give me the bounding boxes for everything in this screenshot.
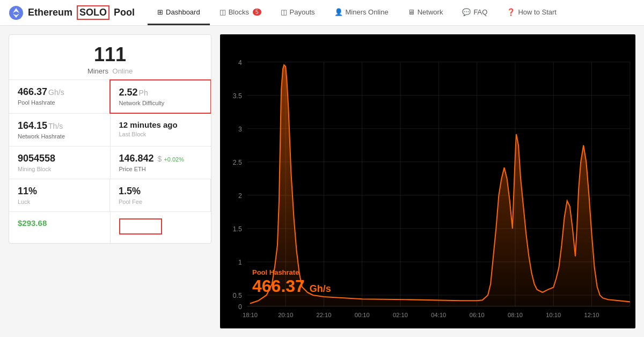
nav-blocks-label: Blocks (229, 8, 249, 16)
nav-blocks[interactable]: ◫ Blocks 5 (210, 1, 271, 25)
payouts-icon: ◫ (281, 8, 287, 16)
svg-text:2: 2 (238, 192, 242, 200)
ethereum-icon (9, 5, 24, 20)
svg-text:2.5: 2.5 (233, 159, 242, 166)
mining-block-cell: 9054558 Mining Block (9, 146, 111, 179)
nav-dashboard-label: Dashboard (166, 8, 200, 16)
nav-payouts[interactable]: ◫ Payouts (271, 1, 325, 25)
svg-point-0 (9, 6, 23, 20)
svg-text:04:10: 04:10 (431, 312, 446, 318)
network-difficulty-value: 2.52Ph (119, 87, 202, 98)
bottom-price-cell: $293.68 (9, 212, 111, 243)
arrow-down-right-icon (210, 84, 211, 111)
pool-hashrate-label: Pool Hashrate (18, 99, 101, 106)
luck-label: Luck (18, 199, 101, 205)
svg-text:4: 4 (238, 59, 242, 67)
pool-fee-value: 1.5% (119, 186, 202, 197)
logo-solo: SOLO (77, 5, 109, 20)
nav-faq[interactable]: 💬 FAQ (452, 1, 497, 25)
nav-dashboard[interactable]: ⊞ Dashboard (148, 1, 210, 25)
mining-block-value: 9054558 (18, 153, 101, 164)
chart-hashrate-value: 466.37 Gh/s (252, 276, 331, 296)
svg-text:08:10: 08:10 (508, 312, 523, 318)
nav-network[interactable]: 🖥 Network (398, 1, 453, 25)
svg-text:3.5: 3.5 (233, 92, 242, 100)
svg-text:0.5: 0.5 (233, 292, 242, 299)
last-block-cell: 12 minutes ago Last Block (111, 114, 211, 146)
miners-label-suffix: Online (113, 67, 133, 75)
miners-label-prefix: Miners (87, 67, 108, 75)
price-change: +0.02% (164, 156, 184, 163)
luck-value: 11% (18, 186, 101, 197)
nav-miners-online[interactable]: 👤 Miners Online (325, 1, 398, 25)
logo: Ethereum SOLO Pool (9, 5, 135, 20)
network-hashrate-cell: 164.15Th/s Network Hashrate (9, 114, 111, 146)
price-label: Price ETH (119, 166, 203, 172)
blocks-badge: 5 (253, 9, 261, 16)
network-hashrate-value: 164.15Th/s (18, 120, 101, 131)
svg-text:06:10: 06:10 (470, 312, 485, 318)
pool-hashrate-value: 466.37Gh/s (18, 86, 101, 98)
hashrate-difficulty-row: 466.37Gh/s Pool Hashrate 2.52Ph Network … (9, 80, 211, 114)
how-to-start-icon: ❓ (507, 8, 515, 16)
nav-how-to-start-label: How to Start (518, 8, 557, 16)
block-price-row: 9054558 Mining Block 146.842 $ +0.02% Pr… (9, 146, 211, 179)
main-content: 111 Miners Online 466.37Gh/s Pool Hashra… (0, 26, 644, 337)
mining-block-label: Mining Block (18, 166, 101, 172)
svg-text:12:10: 12:10 (584, 312, 599, 318)
bottom-extra-cell (111, 212, 211, 243)
network-difficulty-label: Network Difficulty (119, 100, 202, 106)
svg-text:0: 0 (238, 303, 242, 311)
logo-pool: Pool (114, 7, 135, 18)
nav-miners-label: Miners Online (346, 8, 389, 16)
bottom-price-row: $293.68 (9, 212, 211, 243)
network-hashrate-label: Network Hashrate (18, 133, 101, 140)
faq-icon: 💬 (462, 8, 471, 16)
svg-text:3: 3 (238, 126, 242, 133)
stats-card: 111 Miners Online 466.37Gh/s Pool Hashra… (9, 34, 211, 244)
miners-online-section: 111 Miners Online (9, 35, 211, 80)
logo-ethereum: Ethereum (28, 7, 72, 18)
dashboard-icon: ⊞ (157, 8, 163, 16)
pool-fee-cell: 1.5% Pool Fee (110, 179, 211, 211)
nav-payouts-label: Payouts (290, 8, 315, 16)
pool-fee-label: Pool Fee (119, 199, 202, 205)
svg-text:20:10: 20:10 (278, 312, 293, 318)
luck-cell: 11% Luck (9, 179, 110, 211)
last-block-label: Last Block (119, 131, 203, 137)
stats-panel: 111 Miners Online 466.37Gh/s Pool Hashra… (0, 26, 220, 337)
luck-fee-row: 11% Luck 1.5% Pool Fee (9, 179, 211, 212)
nav-network-label: Network (418, 8, 443, 16)
svg-text:10:10: 10:10 (546, 312, 561, 318)
nav-how-to-start[interactable]: ❓ How to Start (497, 1, 566, 25)
miners-label: Miners Online (9, 67, 211, 75)
network-hashrate-row: 164.15Th/s Network Hashrate 12 minutes a… (9, 114, 211, 146)
price-cell: 146.842 $ +0.02% Price ETH (111, 146, 211, 179)
chart-area: 4 3.5 3 2.5 2 1.5 1 0.5 0 18:10 20:10 22… (220, 34, 635, 328)
price-value: 146.842 $ (119, 153, 162, 164)
svg-text:1.5: 1.5 (233, 225, 242, 233)
arrow-down-icon (210, 182, 211, 209)
svg-text:22:10: 22:10 (317, 312, 332, 318)
blocks-icon: ◫ (219, 8, 226, 16)
header: Ethereum SOLO Pool ⊞ Dashboard ◫ Blocks … (0, 0, 644, 26)
network-difficulty-cell: 2.52Ph Network Difficulty (109, 79, 212, 114)
svg-text:1: 1 (238, 259, 242, 266)
chart-hashrate-label: Pool Hashrate (252, 268, 331, 276)
svg-text:18:10: 18:10 (243, 312, 258, 318)
miners-count: 111 (9, 43, 211, 66)
nav-faq-label: FAQ (473, 8, 487, 16)
pool-hashrate-cell: 466.37Gh/s Pool Hashrate (9, 80, 110, 113)
svg-text:02:10: 02:10 (393, 312, 408, 318)
network-icon: 🖥 (408, 8, 415, 16)
bottom-price-value: $293.68 (18, 218, 101, 228)
last-block-value: 12 minutes ago (119, 120, 203, 129)
miners-online-icon: 👤 (334, 8, 343, 16)
svg-text:00:10: 00:10 (355, 312, 370, 318)
chart-overlay: Pool Hashrate 466.37 Gh/s (252, 268, 331, 296)
main-nav: ⊞ Dashboard ◫ Blocks 5 ◫ Payouts 👤 Miner… (148, 1, 635, 25)
